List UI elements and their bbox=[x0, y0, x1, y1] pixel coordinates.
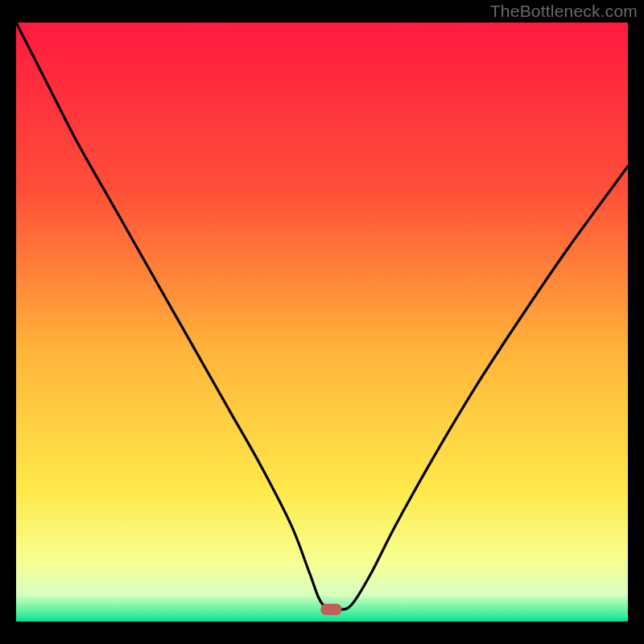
chart-frame: TheBottleneck.com bbox=[0, 0, 644, 644]
watermark-text: TheBottleneck.com bbox=[490, 2, 638, 21]
plot-area bbox=[16, 23, 628, 621]
gradient-background bbox=[16, 23, 628, 621]
optimum-marker bbox=[320, 604, 341, 615]
chart-svg bbox=[16, 23, 628, 621]
